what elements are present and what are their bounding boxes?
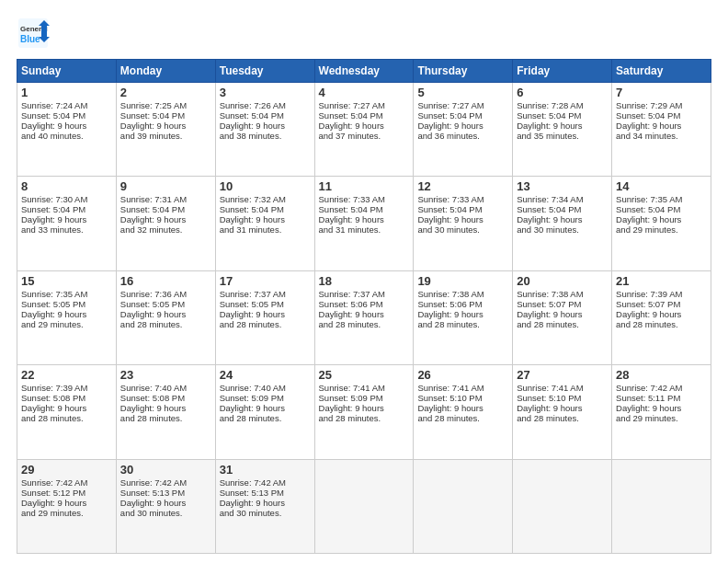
- day-info-line: Sunrise: 7:37 AM: [220, 289, 311, 299]
- day-info-line: Sunset: 5:04 PM: [120, 204, 211, 214]
- calendar-cell: [513, 459, 612, 553]
- header-day-tuesday: Tuesday: [215, 60, 314, 83]
- day-info-line: Sunset: 5:06 PM: [319, 299, 410, 309]
- day-info-line: Sunset: 5:04 PM: [616, 110, 707, 121]
- day-info-line: and 39 minutes.: [120, 131, 211, 141]
- day-info-line: Daylight: 9 hours: [517, 121, 608, 131]
- day-info-line: Sunset: 5:04 PM: [21, 204, 112, 214]
- day-info-line: Sunrise: 7:42 AM: [21, 477, 112, 488]
- day-info-line: Daylight: 9 hours: [120, 403, 211, 413]
- day-number: 12: [417, 179, 508, 193]
- calendar-cell: 28Sunrise: 7:42 AMSunset: 5:11 PMDayligh…: [612, 365, 711, 459]
- day-info-line: and 30 minutes.: [517, 224, 608, 235]
- calendar-cell: 8Sunrise: 7:30 AMSunset: 5:04 PMDaylight…: [17, 177, 117, 270]
- day-number: 23: [120, 368, 211, 382]
- calendar-cell: 4Sunrise: 7:27 AMSunset: 5:04 PMDaylight…: [314, 83, 414, 177]
- day-info-line: and 28 minutes.: [417, 413, 508, 423]
- day-info-line: Daylight: 9 hours: [517, 403, 608, 413]
- day-info-line: Sunset: 5:08 PM: [21, 393, 112, 403]
- day-info-line: and 28 minutes.: [120, 413, 211, 423]
- day-number: 29: [21, 463, 112, 477]
- day-info-line: Sunset: 5:04 PM: [220, 204, 311, 214]
- day-info-line: Sunrise: 7:34 AM: [517, 194, 608, 204]
- calendar-cell: [314, 459, 414, 553]
- day-info-line: Sunset: 5:04 PM: [417, 204, 508, 214]
- day-info-line: and 29 minutes.: [21, 319, 112, 329]
- logo: General Blue: [17, 17, 50, 50]
- day-number: 10: [220, 179, 311, 193]
- day-info-line: Sunset: 5:05 PM: [220, 299, 311, 309]
- week-row-1: 1Sunrise: 7:24 AMSunset: 5:04 PMDaylight…: [17, 83, 711, 177]
- day-info-line: Sunset: 5:05 PM: [120, 299, 211, 309]
- calendar-cell: 14Sunrise: 7:35 AMSunset: 5:04 PMDayligh…: [612, 177, 711, 270]
- logo-flag-icon: General Blue: [17, 17, 50, 50]
- day-info-line: and 38 minutes.: [220, 131, 311, 141]
- day-number: 18: [319, 274, 410, 288]
- day-info-line: Daylight: 9 hours: [319, 309, 410, 319]
- day-info-line: Daylight: 9 hours: [616, 403, 707, 413]
- day-number: 5: [417, 86, 508, 99]
- day-info-line: Sunset: 5:10 PM: [517, 393, 608, 403]
- day-info-line: Sunrise: 7:38 AM: [517, 289, 608, 299]
- day-info-line: and 36 minutes.: [417, 131, 508, 141]
- day-info-line: Daylight: 9 hours: [120, 498, 211, 508]
- calendar-cell: 20Sunrise: 7:38 AMSunset: 5:07 PMDayligh…: [513, 270, 612, 364]
- calendar-cell: 5Sunrise: 7:27 AMSunset: 5:04 PMDaylight…: [414, 83, 513, 177]
- day-info-line: Daylight: 9 hours: [21, 403, 112, 413]
- day-number: 16: [120, 274, 211, 288]
- day-info-line: and 28 minutes.: [517, 319, 608, 329]
- day-info-line: and 28 minutes.: [616, 319, 707, 329]
- calendar-cell: 27Sunrise: 7:41 AMSunset: 5:10 PMDayligh…: [513, 365, 612, 459]
- calendar-cell: 6Sunrise: 7:28 AMSunset: 5:04 PMDaylight…: [513, 83, 612, 177]
- day-info-line: Sunset: 5:04 PM: [517, 204, 608, 214]
- day-info-line: Sunset: 5:09 PM: [319, 393, 410, 403]
- day-info-line: Daylight: 9 hours: [21, 498, 112, 508]
- day-info-line: Daylight: 9 hours: [417, 121, 508, 131]
- day-info-line: Sunrise: 7:42 AM: [220, 477, 311, 488]
- day-info-line: Daylight: 9 hours: [616, 309, 707, 319]
- day-info-line: and 28 minutes.: [319, 413, 410, 423]
- day-info-line: Sunrise: 7:32 AM: [220, 194, 311, 204]
- day-info-line: Daylight: 9 hours: [319, 121, 410, 131]
- page: General Blue SundayMondayTuesdayWednesda…: [0, 0, 728, 563]
- day-info-line: Sunset: 5:08 PM: [120, 393, 211, 403]
- calendar-cell: 30Sunrise: 7:42 AMSunset: 5:13 PMDayligh…: [116, 459, 215, 553]
- header-day-monday: Monday: [116, 60, 215, 83]
- day-info-line: Sunset: 5:12 PM: [21, 488, 112, 498]
- calendar-cell: [612, 459, 711, 553]
- day-info-line: Daylight: 9 hours: [120, 214, 211, 224]
- day-info-line: Sunset: 5:10 PM: [417, 393, 508, 403]
- week-row-2: 8Sunrise: 7:30 AMSunset: 5:04 PMDaylight…: [17, 177, 711, 270]
- day-info-line: Sunset: 5:04 PM: [319, 204, 410, 214]
- day-info-line: Sunset: 5:04 PM: [517, 110, 608, 121]
- day-info-line: and 28 minutes.: [220, 413, 311, 423]
- day-number: 19: [417, 274, 508, 288]
- day-info-line: Daylight: 9 hours: [319, 214, 410, 224]
- day-info-line: and 40 minutes.: [21, 131, 112, 141]
- day-number: 7: [616, 86, 707, 99]
- day-info-line: Sunset: 5:07 PM: [517, 299, 608, 309]
- day-info-line: Daylight: 9 hours: [616, 121, 707, 131]
- day-info-line: and 29 minutes.: [21, 508, 112, 518]
- day-number: 27: [517, 368, 608, 382]
- calendar-cell: 10Sunrise: 7:32 AMSunset: 5:04 PMDayligh…: [215, 177, 314, 270]
- day-info-line: Daylight: 9 hours: [220, 309, 311, 319]
- day-number: 31: [220, 463, 311, 477]
- header-day-saturday: Saturday: [612, 60, 711, 83]
- day-info-line: and 30 minutes.: [220, 508, 311, 518]
- day-info-line: Sunrise: 7:28 AM: [517, 100, 608, 110]
- day-number: 11: [319, 179, 410, 193]
- day-info-line: Sunrise: 7:27 AM: [417, 100, 508, 110]
- day-info-line: Sunrise: 7:42 AM: [616, 383, 707, 393]
- day-number: 22: [21, 368, 112, 382]
- day-info-line: Sunset: 5:04 PM: [21, 110, 112, 121]
- day-info-line: Sunset: 5:05 PM: [21, 299, 112, 309]
- calendar-cell: 22Sunrise: 7:39 AMSunset: 5:08 PMDayligh…: [17, 365, 117, 459]
- svg-text:Blue: Blue: [20, 34, 40, 44]
- day-number: 3: [220, 86, 311, 99]
- day-info-line: Daylight: 9 hours: [517, 214, 608, 224]
- day-number: 21: [616, 274, 707, 288]
- calendar-cell: 24Sunrise: 7:40 AMSunset: 5:09 PMDayligh…: [215, 365, 314, 459]
- calendar-cell: 1Sunrise: 7:24 AMSunset: 5:04 PMDaylight…: [17, 83, 117, 177]
- day-info-line: Sunset: 5:09 PM: [220, 393, 311, 403]
